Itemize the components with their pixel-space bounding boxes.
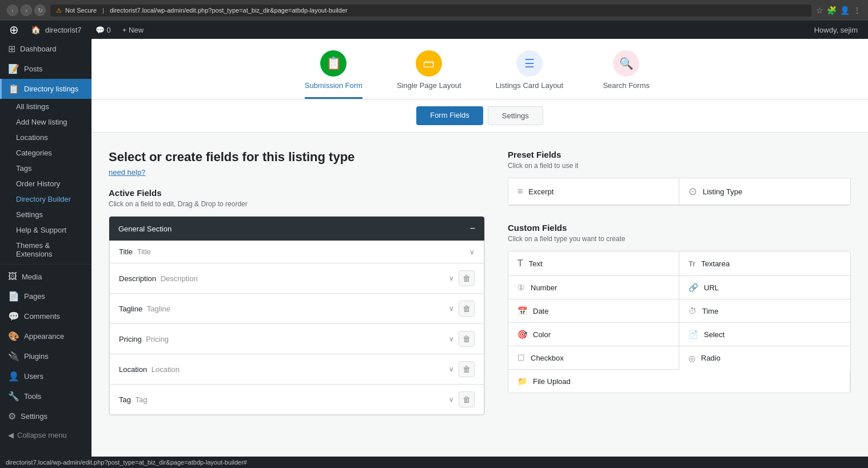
tab-listings-card-layout[interactable]: ☰ Listings Card Layout (496, 50, 564, 99)
custom-time[interactable]: ⏱ Time (679, 299, 850, 323)
adminbar-new[interactable]: + New (117, 21, 149, 39)
custom-text[interactable]: T Text (508, 251, 679, 276)
field-tagline-delete[interactable]: 🗑 (459, 301, 475, 317)
custom-color-label: Color (533, 330, 551, 339)
field-title[interactable]: Title Title ∨ (109, 241, 484, 263)
profile-icon[interactable]: 👤 (840, 6, 850, 15)
sidebar-label-plugins: Plugins (24, 352, 49, 361)
select-icon: 📄 (688, 330, 698, 339)
field-pricing-chevron[interactable]: ∨ (449, 335, 454, 343)
field-description-delete[interactable]: 🗑 (459, 270, 475, 286)
collapse-menu-button[interactable]: ◀ Collapse menu (0, 426, 91, 444)
sidebar-sub-directory-builder[interactable]: Directory Builder (0, 191, 91, 207)
sidebar-item-tools[interactable]: 🔧 Tools (0, 386, 91, 406)
help-link[interactable]: need help? (109, 168, 485, 177)
menu-icon[interactable]: ⋮ (853, 6, 861, 15)
sidebar-sub-themes-extensions[interactable]: Themes & Extensions (0, 238, 91, 262)
sidebar-sub-tags[interactable]: Tags (0, 161, 91, 176)
dashboard-icon: ⊞ (8, 43, 15, 54)
page-title: Select or create fields for this listing… (109, 150, 485, 165)
sidebar-item-pages[interactable]: 📄 Pages (0, 286, 91, 306)
refresh-button[interactable]: ↻ (34, 5, 46, 16)
sidebar-sub-add-new-listing[interactable]: Add New listing (0, 114, 91, 130)
sidebar-item-comments[interactable]: 💬 Comments (0, 306, 91, 326)
sidebar-item-plugins[interactable]: 🔌 Plugins (0, 346, 91, 366)
field-title-chevron[interactable]: ∨ (469, 248, 475, 256)
field-location-chevron[interactable]: ∨ (449, 365, 454, 373)
field-pricing-name: Pricing Pricing (119, 335, 169, 343)
sidebar-sub-settings[interactable]: Settings (0, 207, 91, 222)
sidebar-sub-all-listings[interactable]: All listings (0, 99, 91, 114)
sidebar-label-media: Media (22, 273, 42, 281)
custom-radio-label: Radio (701, 354, 720, 362)
preset-listing-type-label: Listing Type (703, 187, 742, 196)
sidebar-item-dashboard[interactable]: ⊞ Dashboard (0, 39, 91, 59)
custom-textarea[interactable]: Tr Textarea (679, 251, 850, 276)
sidebar-item-users[interactable]: 👤 Users (0, 366, 91, 386)
preset-listing-type[interactable]: ⊙ Listing Type (679, 178, 850, 205)
forward-button[interactable]: › (21, 5, 32, 16)
general-section-header[interactable]: General Section − (109, 217, 484, 241)
checkbox-icon: ☐ (517, 353, 525, 362)
sidebar-label-users: Users (24, 372, 43, 381)
sidebar-item-posts[interactable]: 📝 Posts (0, 59, 91, 79)
field-tag[interactable]: Tag Tag ∨ 🗑 (109, 385, 484, 415)
sidebar-sub-order-history[interactable]: Order History (0, 176, 91, 191)
field-tag-chevron[interactable]: ∨ (449, 395, 454, 403)
star-icon[interactable]: ☆ (816, 6, 823, 15)
sidebar-item-directory-listings[interactable]: 📋 Directory listings (0, 79, 91, 99)
excerpt-icon: ≡ (517, 186, 523, 197)
custom-color[interactable]: 🎯 Color (508, 323, 679, 346)
sidebar-sub-categories[interactable]: Categories (0, 145, 91, 161)
custom-number[interactable]: ① Number (508, 276, 679, 299)
custom-file-upload[interactable]: 📁 File Upload (508, 370, 850, 393)
tools-icon: 🔧 (8, 391, 19, 402)
sidebar-item-media[interactable]: 🖼 Media (0, 267, 91, 286)
preset-excerpt[interactable]: ≡ Excerpt (508, 178, 679, 205)
preset-fields-label: Preset Fields (508, 150, 851, 159)
back-button[interactable]: ‹ (7, 5, 18, 16)
field-tag-name: Tag Tag (119, 395, 148, 404)
wordpress-icon: ⊕ (9, 23, 19, 37)
url-bar[interactable]: ⚠ Not Secure | directorist7.local/wp-adm… (50, 5, 811, 17)
adminbar-comments[interactable]: 💬 0 (90, 21, 117, 39)
wp-logo[interactable]: ⊕ (5, 21, 23, 39)
tab-submission-form-label: Submission Form (305, 81, 363, 90)
sidebar-item-appearance[interactable]: 🎨 Appearance (0, 326, 91, 346)
field-location-delete[interactable]: 🗑 (459, 361, 475, 377)
custom-date[interactable]: 📅 Date (508, 299, 679, 323)
field-tagline[interactable]: Tagline Tagline ∨ 🗑 (109, 294, 484, 324)
extensions-icon[interactable]: 🧩 (827, 6, 837, 15)
active-fields-label: Active Fields (109, 188, 485, 198)
page-body: Select or create fields for this listing… (91, 133, 868, 439)
tab-single-page-layout[interactable]: 🗃 Single Page Layout (397, 50, 461, 99)
tab-search-forms[interactable]: 🔍 Search Forms (598, 50, 655, 99)
custom-url-label: URL (704, 283, 719, 292)
field-description-chevron[interactable]: ∨ (449, 274, 454, 282)
sidebar-sub-help-support[interactable]: Help & Support (0, 222, 91, 238)
field-description[interactable]: Description Description ∨ 🗑 (109, 263, 484, 294)
subtab-settings[interactable]: Settings (488, 106, 543, 125)
wp-layout: ⊞ Dashboard 📝 Posts 📋 Directory listings… (0, 39, 868, 468)
custom-url[interactable]: 🔗 URL (679, 276, 850, 299)
field-tag-delete[interactable]: 🗑 (459, 391, 475, 407)
sidebar-sub-locations[interactable]: Locations (0, 130, 91, 145)
subtab-form-fields[interactable]: Form Fields (416, 106, 483, 125)
custom-checkbox[interactable]: ☐ Checkbox (508, 346, 679, 370)
insecure-label: Not Secure (65, 7, 97, 14)
field-pricing-delete[interactable]: 🗑 (459, 331, 475, 347)
submission-form-icon: 📋 (320, 50, 347, 77)
tab-submission-form[interactable]: 📋 Submission Form (305, 50, 363, 99)
adminbar-site[interactable]: 🏠 directorist7 (23, 21, 90, 39)
field-tagline-chevron[interactable]: ∨ (449, 305, 454, 313)
field-location[interactable]: Location Location ∨ 🗑 (109, 354, 484, 385)
custom-radio[interactable]: ◎ Radio (679, 346, 850, 370)
tab-search-forms-label: Search Forms (603, 81, 650, 90)
field-pricing[interactable]: Pricing Pricing ∨ 🗑 (109, 324, 484, 354)
field-tag-placeholder: Tag (136, 395, 148, 404)
field-description-placeholder: Description (161, 274, 198, 283)
sidebar-item-settings[interactable]: ⚙ Settings (0, 406, 91, 426)
field-tagline-name: Tagline Tagline (119, 305, 170, 313)
custom-select[interactable]: 📄 Select (679, 323, 850, 346)
text-icon: T (517, 258, 523, 269)
